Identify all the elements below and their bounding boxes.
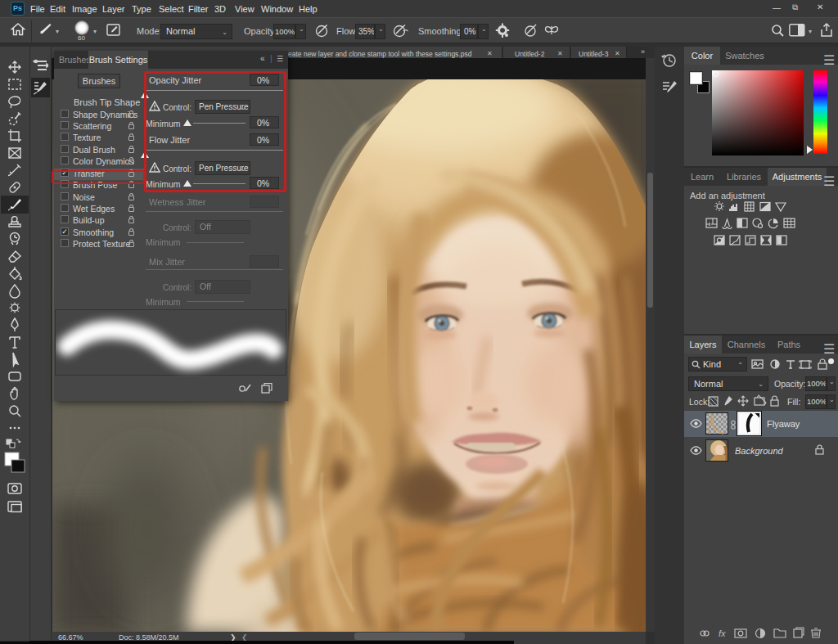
svg-text:fx: fx bbox=[719, 628, 726, 638]
